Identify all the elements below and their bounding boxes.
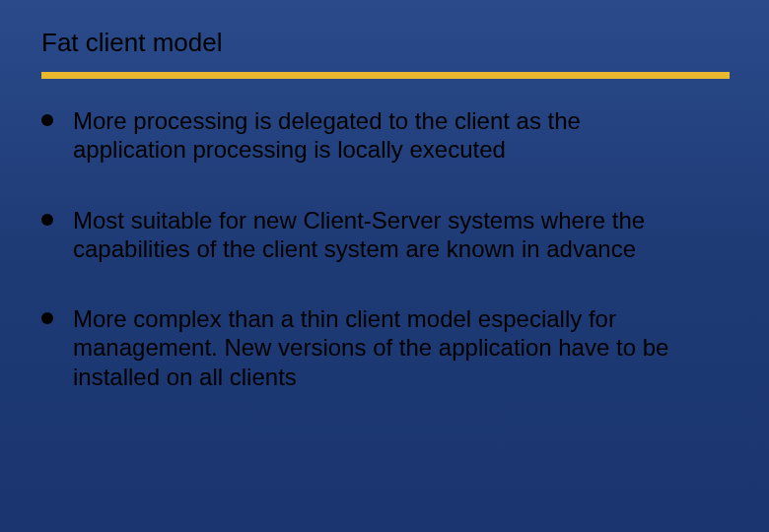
bullet-text: More complex than a thin client model es… (73, 304, 694, 391)
title-underline (41, 72, 730, 79)
list-item: More complex than a thin client model es… (39, 304, 730, 391)
slide: Fat client model More processing is dele… (0, 0, 769, 532)
bullet-text: More processing is delegated to the clie… (73, 106, 694, 165)
list-item: Most suitable for new Client-Server syst… (39, 206, 730, 264)
list-item: More processing is delegated to the clie… (39, 106, 730, 165)
bullet-list: More processing is delegated to the clie… (39, 106, 730, 391)
bullet-icon (41, 114, 53, 126)
slide-title: Fat client model (41, 28, 730, 58)
bullet-icon (41, 214, 53, 226)
bullet-icon (41, 312, 53, 324)
bullet-text: Most suitable for new Client-Server syst… (73, 206, 694, 264)
